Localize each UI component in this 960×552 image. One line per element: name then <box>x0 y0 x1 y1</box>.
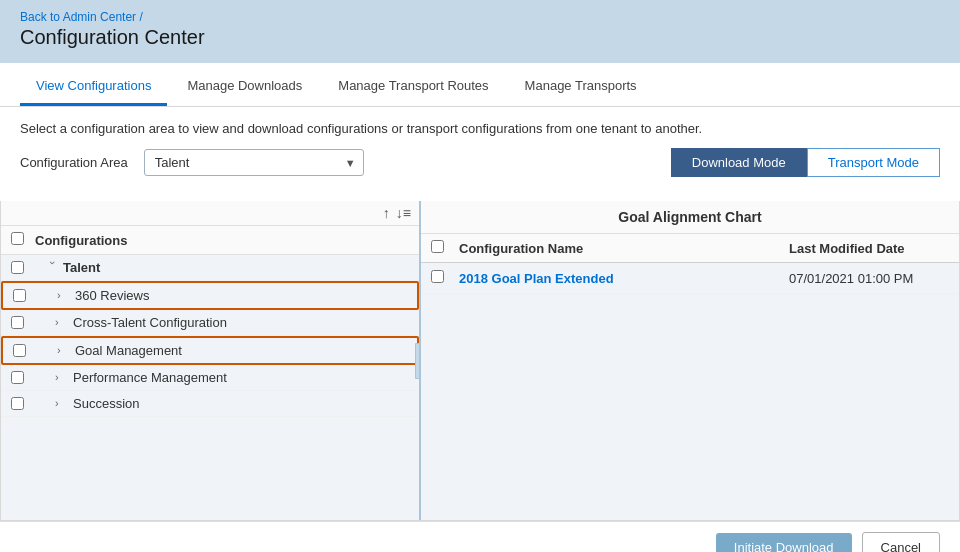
chevron-succession: › <box>55 397 69 411</box>
table-row: 2018 Goal Plan Extended 07/01/2021 01:00… <box>421 263 959 294</box>
right-table-header: Configuration Name Last Modified Date <box>421 234 959 263</box>
download-mode-button[interactable]: Download Mode <box>671 148 807 177</box>
transport-mode-button[interactable]: Transport Mode <box>807 148 940 177</box>
last-modified-column-header: Last Modified Date <box>789 241 949 256</box>
tree-row-360-reviews[interactable]: › 360 Reviews <box>1 281 419 310</box>
right-panel-title: Goal Alignment Chart <box>421 201 959 234</box>
config-area-label: Configuration Area <box>20 155 128 170</box>
chevron-performance-management: › <box>55 371 69 385</box>
left-panel: ↑ ↓≡ Configurations › Talent › 360 Revi <box>1 201 421 520</box>
right-rows-area: 2018 Goal Plan Extended 07/01/2021 01:00… <box>421 263 959 520</box>
initiate-download-button[interactable]: Initiate Download <box>716 533 852 552</box>
tree-row-goal-management[interactable]: › Goal Management <box>1 336 419 365</box>
label-cross-talent: Cross-Talent Configuration <box>73 315 227 330</box>
split-layout: ↑ ↓≡ Configurations › Talent › 360 Revi <box>0 201 960 521</box>
tree-area: › Talent › 360 Reviews › Cross-Talent Co… <box>1 255 419 520</box>
mode-buttons: Download Mode Transport Mode <box>671 148 940 177</box>
config-name-link-2018-goal[interactable]: 2018 Goal Plan Extended <box>459 271 789 286</box>
back-link[interactable]: Back to Admin Center / <box>20 10 940 24</box>
tab-view-configurations[interactable]: View Configurations <box>20 68 167 106</box>
select-all-checkbox-left[interactable] <box>11 232 24 245</box>
configurations-column-header: Configurations <box>35 233 127 248</box>
tab-manage-transport-routes[interactable]: Manage Transport Routes <box>322 68 504 106</box>
label-360-reviews: 360 Reviews <box>75 288 149 303</box>
config-area-select[interactable]: Talent <box>144 149 364 176</box>
footer: Initiate Download Cancel <box>0 521 960 552</box>
checkbox-360-reviews[interactable] <box>13 289 26 302</box>
label-succession: Succession <box>73 396 139 411</box>
page-header: Back to Admin Center / Configuration Cen… <box>0 0 960 63</box>
config-area-dropdown-wrapper: Talent ▼ <box>144 149 364 176</box>
content-area: Select a configuration area to view and … <box>0 107 960 201</box>
checkbox-goal-management[interactable] <box>13 344 26 357</box>
select-all-checkbox-right[interactable] <box>431 240 444 253</box>
tree-row-succession[interactable]: › Succession <box>1 391 419 417</box>
sort-list-icon[interactable]: ↓≡ <box>396 205 411 221</box>
label-talent: Talent <box>63 260 100 275</box>
description-text: Select a configuration area to view and … <box>20 121 940 136</box>
chevron-talent: › <box>45 261 59 275</box>
config-area-row: Configuration Area Talent ▼ Download Mod… <box>20 148 940 177</box>
cancel-button[interactable]: Cancel <box>862 532 940 552</box>
row-checkbox-2018-goal[interactable] <box>431 270 444 283</box>
collapse-panel-button[interactable]: › <box>415 343 421 379</box>
checkbox-performance-management[interactable] <box>11 371 24 384</box>
checkbox-cross-talent[interactable] <box>11 316 24 329</box>
checkbox-succession[interactable] <box>11 397 24 410</box>
chevron-cross-talent: › <box>55 316 69 330</box>
tab-manage-transports[interactable]: Manage Transports <box>509 68 653 106</box>
tree-row-talent[interactable]: › Talent <box>1 255 419 281</box>
left-toolbar: ↑ ↓≡ <box>1 201 419 226</box>
left-panel-header: Configurations <box>1 226 419 255</box>
chevron-360-reviews: › <box>57 289 71 303</box>
tree-row-performance-management[interactable]: › Performance Management <box>1 365 419 391</box>
config-name-column-header: Configuration Name <box>459 241 789 256</box>
last-modified-value-2018-goal: 07/01/2021 01:00 PM <box>789 271 949 286</box>
label-goal-management: Goal Management <box>75 343 182 358</box>
right-panel: Goal Alignment Chart Configuration Name … <box>421 201 959 520</box>
sort-asc-icon[interactable]: ↑ <box>383 205 390 221</box>
chevron-goal-management: › <box>57 344 71 358</box>
tab-manage-downloads[interactable]: Manage Downloads <box>171 68 318 106</box>
label-performance-management: Performance Management <box>73 370 227 385</box>
tabs-bar: View Configurations Manage Downloads Man… <box>0 63 960 107</box>
checkbox-talent[interactable] <box>11 261 24 274</box>
tree-row-cross-talent[interactable]: › Cross-Talent Configuration <box>1 310 419 336</box>
page-title: Configuration Center <box>20 26 940 49</box>
